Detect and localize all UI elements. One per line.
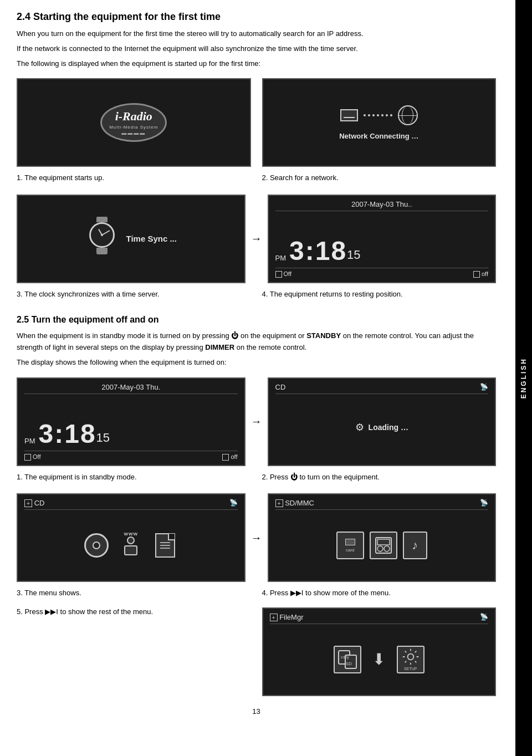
- loading-spin-icon: ⚙: [355, 421, 364, 433]
- setup-label: SETUP: [404, 667, 417, 671]
- timesync-text: Time Sync ...: [126, 234, 177, 243]
- sidebar-english: ENGLISH: [515, 0, 532, 756]
- sdmmc-header-text: + SD/MMC: [275, 499, 314, 507]
- plus-icon-cd: +: [24, 499, 32, 507]
- www-text: WWW: [124, 532, 138, 537]
- step3-label: 3. The clock synchronizes with a time se…: [17, 289, 251, 300]
- card-chip: [345, 539, 355, 545]
- watch-body: [89, 222, 115, 248]
- network-globe-icon: [398, 105, 418, 125]
- network-box-inner: [344, 113, 355, 118]
- clock-time-row-2: PM 3:18 15: [24, 399, 238, 451]
- sdmmc-header-label: SD/MMC: [285, 499, 314, 507]
- filemgr-header-label: FileMgr: [279, 613, 303, 621]
- step4-label: 4. The equipment returns to resting posi…: [262, 289, 497, 300]
- step2-5-1-label: 1. The equipment is in standby mode.: [17, 472, 251, 483]
- clock-seconds-2: 15: [96, 431, 110, 445]
- panel-cd: + CD 📡 WWW: [17, 493, 245, 582]
- file-line-3: [160, 548, 170, 549]
- filemgr-antenna-icon: 📡: [480, 613, 488, 621]
- file-line-1: [160, 542, 170, 543]
- www-person-icon: WWW: [119, 532, 143, 559]
- section-title-2-5: 2.5 Turn the equipment off and on: [17, 315, 496, 325]
- clock-off-left-2: Off: [24, 453, 40, 461]
- svg-rect-3: [377, 539, 390, 545]
- clock-date-1: 2007-May-03 Thu..: [275, 200, 489, 211]
- clock-off-right-text-2: off: [231, 453, 237, 460]
- panel-network-connecting: Network Connecting …: [262, 78, 497, 167]
- dot1: [364, 114, 366, 116]
- loading-header-text: CD: [275, 383, 286, 391]
- dot2: [368, 114, 370, 116]
- step1-label: 1. The equipment starts up.: [17, 172, 251, 183]
- filemgr-header-text: + FileMgr: [270, 613, 304, 621]
- cd-www-icon-container: WWW: [117, 532, 145, 559]
- panel-loading: CD 📡 ⚙ Loading …: [268, 377, 497, 466]
- clock-footer-1: Off off: [275, 268, 489, 278]
- cd-disc-icon-container: [83, 532, 110, 559]
- sdmmc-icons-row: card ♪: [275, 514, 489, 576]
- cd-header: + CD 📡: [24, 499, 238, 510]
- watch-center: [101, 234, 103, 236]
- svg-point-1: [377, 546, 383, 551]
- card-label: card: [346, 548, 355, 553]
- clock-time-row-1: PM 3:18 15: [275, 216, 489, 268]
- watch-strap-bottom: [96, 248, 108, 254]
- sd-card-icon: card: [336, 532, 364, 559]
- filemgr-icons-row: SD copy ⬇ SETUP: [270, 629, 489, 691]
- copy-icon: SD copy: [334, 646, 361, 673]
- section-para2: If the network is connected to the Inter…: [17, 43, 496, 55]
- step2-5-5-label: 5. Press ▶▶I to show the rest of the men…: [17, 607, 251, 696]
- clock-off-right-2: off: [222, 453, 237, 461]
- panel-timesync: Time Sync ...: [17, 195, 245, 283]
- arrow-right-1: →: [245, 232, 268, 245]
- page-number: 13: [17, 707, 496, 716]
- svg-text:copy: copy: [341, 655, 349, 660]
- mmc-svg: [375, 537, 392, 554]
- clock-footer-2: Off off: [24, 451, 238, 461]
- display-grid-row1: i-Radio Multi-Media System ▬▬▬▬: [17, 78, 496, 167]
- svg-point-2: [384, 546, 390, 551]
- section-para1: When you turn on the equipment for the f…: [17, 28, 496, 40]
- cd-file-icon-container: [151, 532, 179, 559]
- sdmmc-music-icon: ♪: [403, 532, 427, 559]
- cd-header-text: + CD: [24, 499, 44, 507]
- clock-date-2: 2007-May-03 Thu.: [24, 383, 238, 394]
- step5-text: 5. Press ▶▶I to show the rest of the men…: [17, 607, 153, 616]
- step2-5-3-label: 3. The menu shows.: [17, 588, 251, 599]
- plus-icon-filemgr: +: [270, 614, 278, 621]
- step2-label: 2. Search for a network.: [262, 172, 497, 183]
- iradio-subtitle: Multi-Media System: [109, 125, 158, 130]
- clock-footer-icon-left-1: [275, 271, 282, 278]
- loading-antenna-icon: 📡: [480, 383, 488, 391]
- iradio-logo: i-Radio Multi-Media System ▬▬▬▬: [95, 100, 172, 145]
- panel-iradio: i-Radio Multi-Media System ▬▬▬▬: [17, 78, 251, 167]
- file-icon: [155, 533, 175, 558]
- svg-text:SD: SD: [346, 661, 352, 666]
- filemgr-col: + FileMgr 📡 SD copy ⬇: [262, 607, 497, 696]
- iradio-text: i-Radio: [115, 109, 152, 124]
- section-para3: The following is displayed when the equi…: [17, 58, 496, 70]
- clock-time-big-1: 3:18: [289, 238, 347, 264]
- watch-strap-top: [96, 217, 108, 222]
- steps-row3: 1. The equipment is in standby mode. 2. …: [17, 472, 496, 485]
- www-body: [124, 545, 137, 555]
- download-icon: ⬇: [367, 646, 391, 673]
- clock-off-left-1: Off: [275, 270, 291, 278]
- network-dots: [364, 114, 392, 116]
- www-head: [127, 537, 135, 544]
- clock-seconds-1: 15: [347, 248, 360, 262]
- panel-filemgr: + FileMgr 📡 SD copy ⬇: [262, 607, 497, 696]
- clock-pm-1: PM: [275, 254, 287, 262]
- iradio-badge: i-Radio Multi-Media System ▬▬▬▬: [100, 103, 167, 142]
- network-connecting-label: Network Connecting …: [339, 132, 418, 140]
- steps-row1: 1. The equipment starts up. 2. Search fo…: [17, 172, 496, 186]
- display-grid-row4: + CD 📡 WWW: [17, 493, 496, 582]
- loading-header: CD 📡: [275, 383, 489, 394]
- watch-icon: [85, 217, 119, 261]
- svg-point-8: [407, 654, 413, 660]
- step2-5-4-label: 4. Press ▶▶I to show more of the menu.: [262, 588, 497, 599]
- sdmmc-header: + SD/MMC 📡: [275, 499, 489, 510]
- loading-text: Loading …: [369, 423, 408, 432]
- network-box-icon: [340, 109, 358, 121]
